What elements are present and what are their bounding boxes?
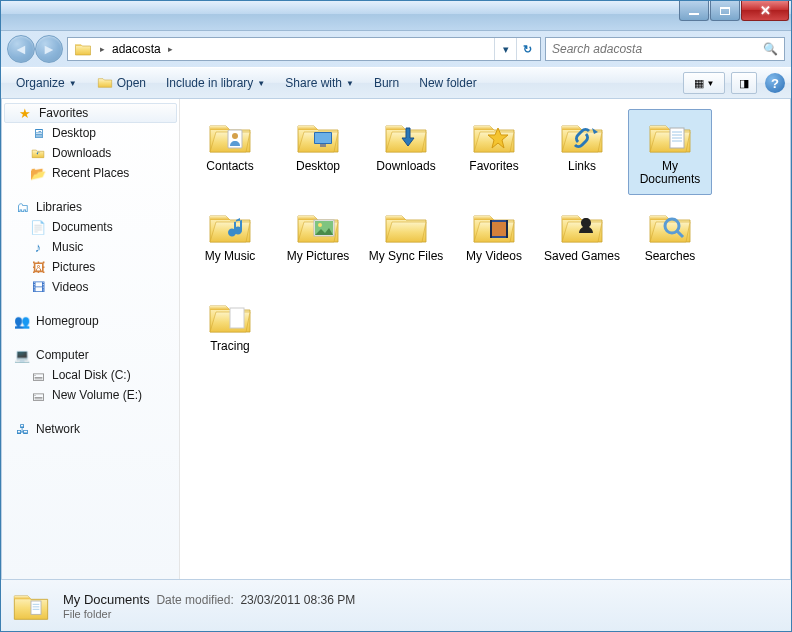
file-item[interactable]: Saved Games — [540, 199, 624, 285]
libraries-icon: 🗂 — [14, 199, 30, 215]
details-folder-icon — [11, 586, 51, 626]
details-name: My Documents — [63, 592, 150, 607]
folder-icon — [382, 204, 430, 248]
sidebar-network-header[interactable]: 🖧Network — [2, 419, 179, 439]
folder-open-icon — [97, 74, 113, 93]
open-button[interactable]: Open — [88, 70, 155, 96]
star-icon: ★ — [17, 105, 33, 121]
folder-icon — [470, 204, 518, 248]
svg-point-1 — [232, 133, 238, 139]
sidebar-item-downloads[interactable]: Downloads — [2, 143, 179, 163]
pictures-icon: 🖼 — [30, 259, 46, 275]
folder-icon — [206, 204, 254, 248]
navigation-pane: ★ Favorites 🖥Desktop Downloads 📂Recent P… — [2, 99, 180, 579]
network-icon: 🖧 — [14, 421, 30, 437]
maximize-button[interactable] — [710, 1, 740, 21]
preview-pane-button[interactable]: ◨ — [731, 72, 757, 94]
view-options-button[interactable]: ▦ ▼ — [683, 72, 725, 94]
computer-icon: 💻 — [14, 347, 30, 363]
forward-button[interactable]: ► — [35, 35, 63, 63]
burn-button[interactable]: Burn — [365, 70, 408, 96]
desktop-icon: 🖥 — [30, 125, 46, 141]
file-item[interactable]: My Documents — [628, 109, 712, 195]
share-with-button[interactable]: Share with▼ — [276, 70, 363, 96]
search-input[interactable] — [552, 42, 763, 56]
recent-icon: 📂 — [30, 165, 46, 181]
document-icon: 📄 — [30, 219, 46, 235]
file-item[interactable]: Desktop — [276, 109, 360, 195]
details-modified-label: Date modified: — [156, 593, 233, 607]
svg-rect-16 — [506, 220, 508, 238]
refresh-button[interactable]: ↻ — [516, 38, 538, 60]
sidebar-libraries-header[interactable]: 🗂Libraries — [2, 197, 179, 217]
sidebar-computer-header[interactable]: 💻Computer — [2, 345, 179, 365]
details-pane: My Documents Date modified: 23/03/2011 0… — [1, 579, 791, 631]
folder-icon — [74, 40, 92, 58]
sidebar-item-desktop[interactable]: 🖥Desktop — [2, 123, 179, 143]
sidebar-item-pictures[interactable]: 🖼Pictures — [2, 257, 179, 277]
sidebar-item-volume[interactable]: 🖴New Volume (E:) — [2, 385, 179, 405]
history-dropdown[interactable]: ▾ — [494, 38, 516, 60]
command-bar: Organize▼ Open Include in library▼ Share… — [1, 67, 791, 99]
folder-icon — [382, 114, 430, 158]
file-item[interactable]: Searches — [628, 199, 712, 285]
folder-icon — [206, 294, 254, 338]
svg-rect-15 — [490, 220, 492, 238]
file-item[interactable]: My Pictures — [276, 199, 360, 285]
breadcrumb-root-arrow[interactable]: ▸ — [96, 44, 109, 54]
folder-icon — [206, 114, 254, 158]
svg-rect-20 — [230, 308, 244, 328]
minimize-button[interactable] — [679, 1, 709, 21]
sidebar-item-localdisk[interactable]: 🖴Local Disk (C:) — [2, 365, 179, 385]
new-folder-button[interactable]: New folder — [410, 70, 485, 96]
include-library-button[interactable]: Include in library▼ — [157, 70, 274, 96]
navigation-row: ◄ ► ▸ adacosta ▸ ▾ ↻ 🔍 — [1, 31, 791, 67]
details-type: File folder — [63, 608, 355, 620]
svg-rect-21 — [31, 601, 41, 614]
file-item[interactable]: Links — [540, 109, 624, 195]
search-icon: 🔍 — [763, 42, 778, 56]
file-item[interactable]: Contacts — [188, 109, 272, 195]
sidebar-favorites-header[interactable]: ★ Favorites — [4, 103, 177, 123]
file-item[interactable]: My Music — [188, 199, 272, 285]
folder-icon — [558, 114, 606, 158]
sidebar-homegroup-header[interactable]: 👥Homegroup — [2, 311, 179, 331]
breadcrumb-item[interactable]: adacosta — [109, 38, 164, 60]
help-button[interactable]: ? — [765, 73, 785, 93]
organize-button[interactable]: Organize▼ — [7, 70, 86, 96]
videos-icon: 🎞 — [30, 279, 46, 295]
svg-point-17 — [584, 219, 589, 224]
sidebar-item-documents[interactable]: 📄Documents — [2, 217, 179, 237]
file-label: My Documents — [630, 160, 710, 186]
folder-icon — [294, 114, 342, 158]
search-box[interactable]: 🔍 — [545, 37, 785, 61]
folder-icon — [558, 204, 606, 248]
svg-rect-4 — [320, 144, 326, 147]
sidebar-item-videos[interactable]: 🎞Videos — [2, 277, 179, 297]
svg-point-12 — [318, 223, 322, 227]
breadcrumb-arrow[interactable]: ▸ — [164, 44, 177, 54]
address-bar[interactable]: ▸ adacosta ▸ ▾ ↻ — [67, 37, 541, 61]
folder-icon — [294, 204, 342, 248]
disk-icon: 🖴 — [30, 387, 46, 403]
file-item[interactable]: Downloads — [364, 109, 448, 195]
music-icon: ♪ — [30, 239, 46, 255]
file-list[interactable]: Contacts Desktop Downloads — [180, 99, 790, 579]
sidebar-item-recent[interactable]: 📂Recent Places — [2, 163, 179, 183]
back-button[interactable]: ◄ — [7, 35, 35, 63]
titlebar: ✕ — [1, 1, 791, 31]
folder-icon — [470, 114, 518, 158]
close-button[interactable]: ✕ — [741, 1, 789, 21]
file-item[interactable]: Tracing — [188, 289, 272, 375]
file-item[interactable]: My Videos — [452, 199, 536, 285]
folder-icon — [646, 204, 694, 248]
file-item[interactable]: My Sync Files — [364, 199, 448, 285]
main-area: ★ Favorites 🖥Desktop Downloads 📂Recent P… — [1, 99, 791, 579]
details-modified-value: 23/03/2011 08:36 PM — [240, 593, 355, 607]
sidebar-item-music[interactable]: ♪Music — [2, 237, 179, 257]
file-item[interactable]: Favorites — [452, 109, 536, 195]
folder-icon — [646, 114, 694, 158]
svg-rect-3 — [315, 133, 331, 143]
svg-rect-14 — [492, 222, 506, 236]
homegroup-icon: 👥 — [14, 313, 30, 329]
